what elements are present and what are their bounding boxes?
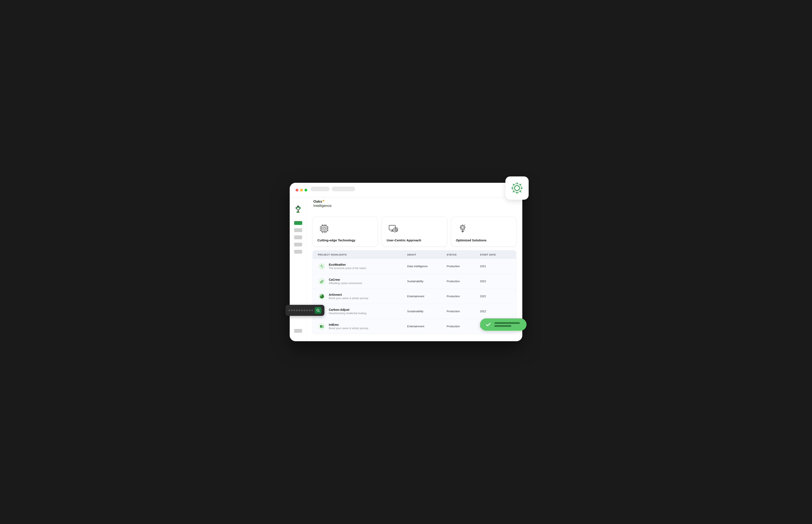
svg-point-0 [514, 185, 519, 191]
project-about-3: Sustainability [407, 310, 445, 313]
project-info-0: EcoWeather The economic pulse of the nat… [329, 263, 366, 270]
table-row[interactable]: EcoWeather The economic pulse of the nat… [313, 259, 516, 274]
project-status-3: Production [446, 310, 478, 313]
feature-card-user[interactable]: User-Centric Approach [382, 217, 447, 246]
sidebar-item-dashboard[interactable] [294, 221, 302, 225]
search-overlay[interactable] [286, 305, 324, 316]
checkmark-icon [485, 321, 491, 328]
check-line-1 [494, 322, 520, 324]
dot-close[interactable] [295, 189, 298, 192]
brand-name: Oaks [314, 199, 332, 204]
dot-maximize[interactable] [304, 189, 307, 192]
project-about-2: Entertainment [407, 295, 445, 298]
th-date: START DATE [480, 253, 511, 256]
project-about-0: Data Intelligence [407, 265, 445, 268]
project-status-0: Production [446, 265, 478, 268]
table-row[interactable]: Carbon-Adjust Decarbonising residential … [313, 304, 516, 319]
svg-rect-9 [321, 226, 327, 232]
search-button[interactable] [315, 307, 321, 314]
table-row[interactable]: Artinnect Boost your career & artistic j… [313, 289, 516, 304]
sidebar-item-2[interactable] [294, 228, 302, 232]
project-logo-0 [318, 262, 326, 271]
project-date-2: 2022 [480, 295, 511, 298]
addr-pill-1 [311, 186, 330, 191]
project-info-3: Carbon-Adjust Decarbonising residential … [329, 308, 366, 315]
browser-topbar [290, 183, 522, 197]
table-row[interactable]: CaCrew Offsetting carbon emmissions Sust… [313, 274, 516, 289]
project-name-2: Artinnect [329, 293, 368, 296]
project-name-4: IntEmv [329, 323, 368, 326]
sidebar-item-5[interactable] [294, 250, 302, 253]
project-logo-2 [318, 292, 326, 300]
svg-point-4 [295, 207, 298, 209]
project-info-2: Artinnect Boost your career & artistic j… [329, 293, 368, 300]
svg-point-5 [299, 207, 301, 209]
svg-rect-10 [322, 227, 326, 230]
sidebar-item-3[interactable] [294, 235, 302, 239]
project-status-1: Production [446, 280, 478, 283]
check-svg [485, 322, 491, 327]
lightbulb-icon [456, 222, 470, 235]
gear-overlay [505, 177, 529, 200]
th-project: PROJECT HIGHLIGHTS [318, 253, 405, 256]
brand-logo [293, 204, 303, 214]
project-desc-4: Boost your career & artistic journey [329, 327, 368, 330]
monitor-icon [387, 222, 400, 235]
check-overlay [480, 318, 526, 331]
address-bar [311, 186, 517, 193]
project-cell-3: Carbon-Adjust Decarbonising residential … [318, 307, 405, 315]
project-cell-2: Artinnect Boost your career & artistic j… [318, 292, 405, 300]
th-status: STATUS [446, 253, 478, 256]
logo-area [293, 202, 303, 218]
feature-title-user: User-Centric Approach [387, 239, 442, 242]
feature-card-optimized[interactable]: Optimized Solutions [451, 217, 517, 246]
browser-window: Oaks Intelligence [290, 183, 522, 341]
th-about: ABOUT [407, 253, 445, 256]
svg-point-7 [297, 212, 298, 213]
project-about-4: Entertainment [407, 325, 445, 328]
svg-point-35 [460, 225, 465, 230]
sidebar-item-4[interactable] [294, 243, 302, 246]
project-about-1: Sustainability [407, 280, 445, 283]
gear-icon [510, 181, 524, 195]
check-line-2 [494, 325, 511, 327]
project-date-3: 2022 [480, 310, 511, 313]
project-cell-4: IntEmv Boost your career & artistic jour… [318, 323, 405, 330]
logo-text-area: Oaks Intelligence [312, 197, 332, 210]
content-header: Oaks Intelligence [312, 197, 517, 212]
sidebar-bottom [294, 329, 302, 336]
project-desc-1: Offsetting carbon emmissions [329, 282, 362, 285]
browser-dots [295, 189, 307, 192]
project-desc-2: Boost your career & artistic journey [329, 297, 368, 300]
feature-title-tech: Cutting-edge Technology [317, 239, 373, 242]
check-lines [494, 322, 520, 327]
project-info-1: CaCrew Offsetting carbon emmissions [329, 278, 362, 285]
brand-name-text: Oaks [314, 199, 322, 203]
project-cell-1: CaCrew Offsetting carbon emmissions [318, 277, 405, 285]
svg-point-36 [462, 226, 464, 228]
project-name-0: EcoWeather [329, 263, 366, 266]
search-icon [316, 309, 320, 312]
feature-card-tech[interactable]: Cutting-edge Technology [312, 217, 378, 246]
svg-point-8 [299, 212, 300, 213]
sidebar [290, 197, 307, 341]
project-info-4: IntEmv Boost your career & artistic jour… [329, 323, 368, 330]
project-desc-3: Decarbonising residential heating [329, 312, 366, 315]
svg-point-11 [323, 228, 325, 230]
svg-point-41 [319, 263, 325, 270]
sidebar-item-bottom[interactable] [294, 329, 302, 333]
addr-pill-2 [332, 186, 355, 191]
svg-point-6 [297, 206, 299, 208]
project-logo-4 [318, 323, 326, 330]
logo-text: Oaks Intelligence [314, 199, 332, 208]
dot-minimize[interactable] [300, 189, 303, 192]
project-desc-0: The economic pulse of the nation [329, 267, 366, 270]
project-cell-0: EcoWeather The economic pulse of the nat… [318, 262, 405, 271]
project-status-2: Production [446, 295, 478, 298]
project-name-3: Carbon-Adjust [329, 308, 366, 311]
table-header: PROJECT HIGHLIGHTS ABOUT STATUS START DA… [313, 250, 516, 259]
project-logo-1 [318, 277, 326, 285]
feature-cards: Cutting-edge Technology [312, 212, 517, 250]
project-status-4: Production [446, 325, 478, 328]
logo-dot [323, 200, 324, 201]
